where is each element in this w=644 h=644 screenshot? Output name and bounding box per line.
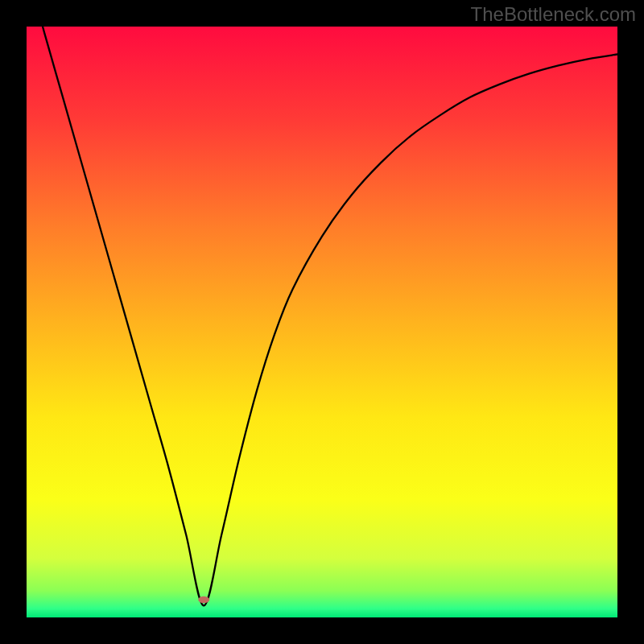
plot-background bbox=[27, 27, 617, 617]
optimal-marker bbox=[198, 597, 209, 603]
watermark-text: TheBottleneck.com bbox=[471, 3, 636, 26]
plot-area bbox=[27, 27, 617, 617]
chart-frame: TheBottleneck.com bbox=[0, 0, 644, 644]
plot-svg bbox=[27, 27, 617, 617]
